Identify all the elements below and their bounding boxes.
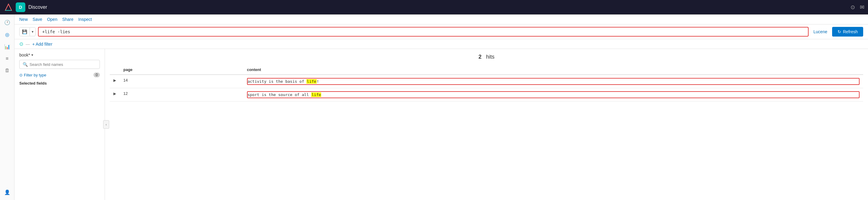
header-row: page content xyxy=(110,65,863,75)
app-title: Discover xyxy=(28,4,850,10)
sidebar-item-timelion[interactable]: 🗓 xyxy=(2,65,13,76)
layout: 🕐 ◎ 📊 ≡ 🗓 👤 New Save Open Share Inspect … xyxy=(0,15,868,200)
sidebar-item-dashboard[interactable]: ≡ xyxy=(2,53,13,64)
content-highlight-0: life xyxy=(306,79,316,84)
content-col-header: content xyxy=(243,65,863,75)
sidebar-item-visualize[interactable]: 📊 xyxy=(2,41,13,52)
page-col-header: page xyxy=(120,65,243,75)
results-table-header: page content xyxy=(110,65,863,75)
filter-by-type-button[interactable]: ⊙ Filter by type xyxy=(19,73,46,77)
search-field-text-input[interactable] xyxy=(30,62,96,67)
user-icon[interactable]: ⊙ xyxy=(850,4,855,10)
search-field-icon: 🔍 xyxy=(23,62,28,67)
app-avatar: D xyxy=(16,2,25,12)
sidebar-item-discover[interactable]: ◎ xyxy=(2,29,13,40)
hits-label: hits xyxy=(486,54,495,60)
query-input[interactable] xyxy=(38,27,809,36)
filter-type-icon: ⊙ xyxy=(19,73,23,77)
index-dropdown-caret[interactable]: ▾ xyxy=(31,53,33,57)
collapse-panel-button[interactable]: ‹ xyxy=(103,120,109,129)
toolbar-inspect[interactable]: Inspect xyxy=(79,17,92,22)
toolbar-save[interactable]: Save xyxy=(33,17,42,22)
content-highlight-1: life xyxy=(311,92,321,97)
selected-fields-label: Selected fields xyxy=(14,80,105,87)
toolbar-open[interactable]: Open xyxy=(47,17,57,22)
lucene-button[interactable]: Lucene xyxy=(811,29,830,34)
filter-separator: — xyxy=(26,42,30,47)
index-selector: book* ▾ xyxy=(14,53,105,60)
kibana-logo xyxy=(4,2,13,12)
filter-count-badge: 0 xyxy=(93,73,100,77)
save-icon-btn[interactable]: 💾 xyxy=(20,28,30,36)
left-panel: book* ▾ 🔍 ⊙ Filter by type 0 xyxy=(14,49,105,200)
mail-icon[interactable]: ✉ xyxy=(860,4,864,10)
filter-row: ⊙ — + Add filter xyxy=(14,39,868,49)
content-box-0: activity is the basis of life! xyxy=(247,78,860,85)
table-row: ▶ 14 activity is the basis of life! xyxy=(110,75,863,88)
results-table-body: ▶ 14 activity is the basis of life! ▶ 12 xyxy=(110,75,863,102)
table-row: ▶ 12 sport is the source of all life xyxy=(110,88,863,102)
toolbar-menu: New Save Open Share Inspect xyxy=(19,17,92,22)
content-prefix-1: sport is the source of all xyxy=(248,92,311,97)
svg-marker-0 xyxy=(5,4,12,10)
row-expander-1[interactable]: ▶ xyxy=(114,91,116,96)
right-panel: 2 hits page content ▶ xyxy=(105,49,868,200)
search-field-input: 🔍 xyxy=(19,60,100,69)
body-split: book* ▾ 🔍 ⊙ Filter by type 0 xyxy=(14,49,868,200)
index-name[interactable]: book* xyxy=(19,53,30,57)
search-bar-row: 💾 ▾ Lucene ↻ Refresh xyxy=(14,25,868,39)
expand-col-header xyxy=(110,65,120,75)
page-cell-1: 12 xyxy=(120,88,243,102)
add-filter-button[interactable]: + Add filter xyxy=(32,42,53,47)
sidebar-nav: 🕐 ◎ 📊 ≡ 🗓 👤 xyxy=(0,15,14,200)
top-bar: D Discover ⊙ ✉ xyxy=(0,0,868,15)
toolbar: New Save Open Share Inspect xyxy=(14,15,868,25)
save-btn-group: 💾 ▾ xyxy=(19,27,36,36)
page-cell-0: 14 xyxy=(120,75,243,88)
main-content: New Save Open Share Inspect 💾 ▾ Lucene ↻… xyxy=(14,15,868,200)
refresh-button[interactable]: ↻ Refresh xyxy=(832,27,863,36)
filter-by-type-row: ⊙ Filter by type 0 xyxy=(14,73,105,80)
filter-icon: ⊙ xyxy=(19,41,23,47)
content-cell-1: sport is the source of all life xyxy=(243,88,863,102)
results-table: page content ▶ 14 activity is the basis … xyxy=(110,65,863,102)
hits-count: 2 xyxy=(478,54,482,60)
sidebar-item-user[interactable]: 👤 xyxy=(2,187,13,198)
content-suffix-0: ! xyxy=(317,79,319,84)
toolbar-share[interactable]: Share xyxy=(62,17,73,22)
save-caret-btn[interactable]: ▾ xyxy=(30,28,35,36)
top-bar-right: ⊙ ✉ xyxy=(850,4,864,10)
content-box-1: sport is the source of all life xyxy=(247,91,860,98)
sidebar-item-recent[interactable]: 🕐 xyxy=(2,17,13,28)
hits-header: 2 hits xyxy=(110,54,863,60)
content-prefix-0: activity is the basis of xyxy=(248,79,307,84)
toolbar-new[interactable]: New xyxy=(19,17,28,22)
content-cell-0: activity is the basis of life! xyxy=(243,75,863,88)
refresh-icon: ↻ xyxy=(838,29,841,34)
refresh-label: Refresh xyxy=(843,29,858,34)
row-expander-0[interactable]: ▶ xyxy=(114,78,116,83)
